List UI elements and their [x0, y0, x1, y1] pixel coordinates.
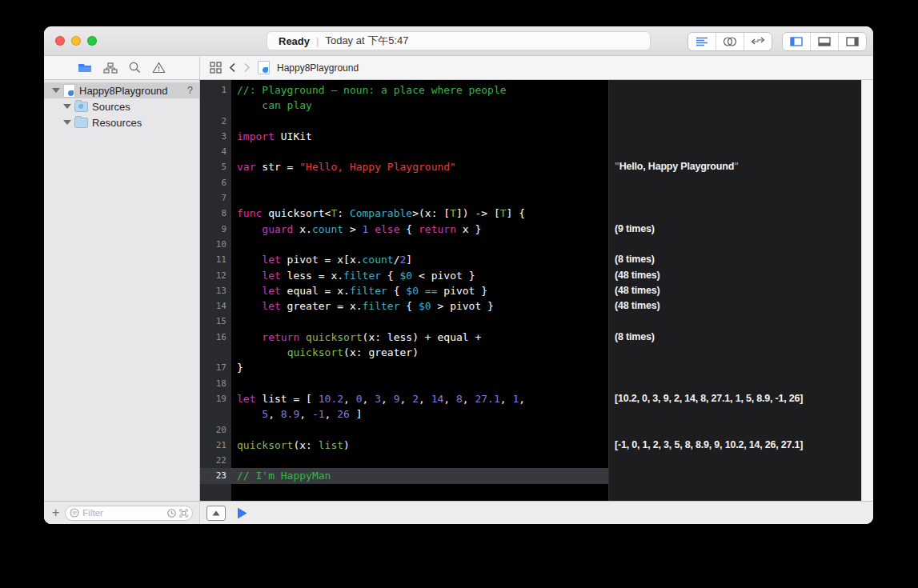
filter-icon [70, 508, 79, 518]
tree-label: Happy8Playground [79, 85, 168, 97]
result-line[interactable]: (8 times) [609, 252, 861, 267]
line-number [200, 345, 231, 360]
code-line[interactable]: guard x.count > 1 else { return x } [231, 222, 608, 237]
code-line[interactable]: 5, 8.9, -1, 26 ] [231, 406, 608, 422]
result-line[interactable] [609, 345, 861, 360]
filter-field[interactable]: Filter [65, 506, 193, 521]
code-line[interactable]: // I'm HappyMan [231, 468, 608, 483]
code-line[interactable]: let list = [ 10.2, 0, 3, 9, 2, 14, 8, 27… [231, 391, 608, 406]
result-line[interactable] [609, 453, 861, 468]
zoom-button[interactable] [87, 36, 97, 46]
result-line[interactable] [609, 206, 861, 221]
code-line[interactable]: quicksort(x: greater) [231, 345, 608, 360]
result-line[interactable]: (48 times) [609, 298, 861, 314]
sources-folder-icon [74, 102, 88, 112]
result-line[interactable]: (48 times) [609, 283, 861, 298]
code-line[interactable]: quicksort(x: list) [231, 438, 608, 453]
inspector-panel-button[interactable] [839, 33, 866, 50]
result-line[interactable] [609, 144, 861, 159]
xcode-window: Ready | Today at 下午5:47 [44, 26, 873, 524]
line-number: 17 [200, 360, 231, 375]
result-line[interactable]: [-1, 0, 1, 2, 3, 5, 8, 8.9, 9, 10.2, 14,… [609, 438, 861, 453]
result-line[interactable] [609, 360, 861, 375]
result-line[interactable]: (48 times) [609, 268, 861, 283]
status-secondary: Today at 下午5:47 [325, 34, 408, 48]
code-line[interactable] [231, 114, 608, 129]
navigator-tab-bar [44, 56, 200, 79]
close-button[interactable] [55, 36, 65, 46]
result-line[interactable]: [10.2, 0, 3, 9, 2, 14, 8, 27.1, 1, 5, 8.… [609, 391, 861, 406]
result-line[interactable] [609, 129, 861, 144]
flagged-filter-icon[interactable] [179, 509, 188, 518]
tree-row-sources[interactable]: Sources [44, 98, 199, 114]
title-bar[interactable]: Ready | Today at 下午5:47 [44, 26, 873, 56]
result-line[interactable] [609, 314, 861, 329]
project-navigator: Happy8Playground ? Sources Resources [44, 80, 200, 501]
result-line[interactable] [609, 237, 861, 252]
disclosure-triangle[interactable] [63, 120, 71, 125]
debug-area-panel-button[interactable] [811, 33, 839, 50]
result-line[interactable]: (9 times) [609, 222, 861, 237]
toggle-debug-area-button[interactable] [206, 506, 226, 521]
minimize-button[interactable] [71, 36, 81, 46]
code-line[interactable]: can play [231, 98, 608, 113]
result-line[interactable]: "Hello, Happy Playground" [609, 159, 861, 174]
code-line[interactable] [231, 422, 608, 438]
code-line[interactable]: func quicksort<T: Comparable>(x: [T]) ->… [231, 206, 608, 221]
result-line[interactable] [609, 406, 861, 422]
tree-row-playground[interactable]: Happy8Playground ? [44, 82, 199, 98]
disclosure-triangle[interactable] [52, 88, 60, 93]
panel-visibility-segmented-control [782, 32, 867, 51]
search-navigator-tab-icon[interactable] [129, 62, 141, 74]
add-icon[interactable]: + [52, 506, 59, 519]
project-navigator-tab-icon[interactable] [78, 62, 92, 74]
status-separator: | [316, 35, 319, 47]
navigator-panel-button[interactable] [783, 33, 811, 50]
forward-chevron-icon[interactable] [243, 62, 251, 73]
code-line[interactable] [231, 237, 608, 252]
code-line[interactable]: let less = x.filter { $0 < pivot } [231, 268, 608, 283]
code-line[interactable] [231, 144, 608, 159]
result-line[interactable] [609, 468, 861, 483]
help-badge[interactable]: ? [187, 85, 193, 96]
code-lines[interactable]: //: Playground — noun: a place where peo… [231, 80, 608, 501]
code-line[interactable] [231, 314, 608, 329]
code-line[interactable] [231, 175, 608, 190]
code-line[interactable]: import UIKit [231, 129, 608, 144]
tree-row-resources[interactable]: Resources [44, 114, 199, 130]
code-line[interactable]: var str = "Hello, Happy Playground" [231, 159, 608, 174]
navigator-filter-bar: + Filter [44, 502, 200, 524]
result-line[interactable] [609, 98, 861, 113]
result-line[interactable]: (8 times) [609, 330, 861, 345]
version-editor-button[interactable] [744, 33, 772, 50]
code-line[interactable]: let pivot = x[x.count/2] [231, 252, 608, 267]
line-number: 23 [200, 468, 231, 483]
code-line[interactable]: //: Playground — noun: a place where peo… [231, 82, 608, 98]
related-items-icon[interactable] [210, 62, 222, 74]
result-line[interactable] [609, 376, 861, 391]
code-line[interactable]: let greater = x.filter { $0 > pivot } [231, 298, 608, 314]
line-number: 9 [200, 222, 231, 237]
code-line[interactable]: return quicksort(x: less) + equal + [231, 330, 608, 345]
result-line[interactable] [609, 422, 861, 438]
code-line[interactable] [231, 453, 608, 468]
result-line[interactable] [609, 114, 861, 129]
result-line[interactable] [609, 175, 861, 190]
line-number: 12 [200, 268, 231, 283]
standard-editor-button[interactable] [688, 33, 716, 50]
code-line[interactable] [231, 190, 608, 206]
assistant-editor-button[interactable] [716, 33, 744, 50]
code-line[interactable]: } [231, 360, 608, 375]
disclosure-triangle[interactable] [63, 104, 71, 109]
back-chevron-icon[interactable] [229, 62, 236, 73]
vertical-scrollbar[interactable] [861, 80, 873, 501]
code-line[interactable]: let equal = x.filter { $0 == pivot } [231, 283, 608, 298]
jumpbar-file-label[interactable]: Happy8Playground [277, 62, 359, 74]
symbol-navigator-tab-icon[interactable] [103, 62, 118, 74]
issue-navigator-tab-icon[interactable] [152, 62, 166, 74]
result-line[interactable] [609, 190, 861, 206]
recents-clock-icon[interactable] [167, 509, 176, 518]
run-playground-button[interactable] [237, 507, 247, 519]
code-line[interactable] [231, 376, 608, 391]
result-line[interactable] [609, 82, 861, 98]
